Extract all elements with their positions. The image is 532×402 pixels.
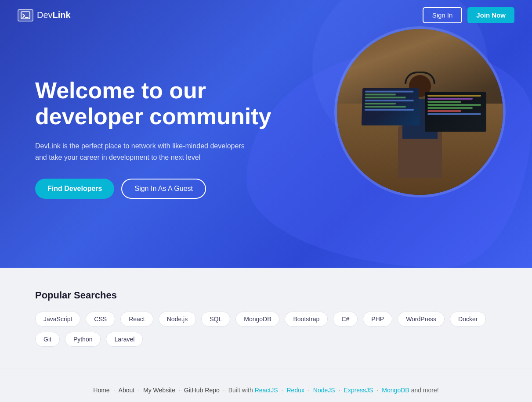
hero-content: Welcome to our developer community DevLi… (35, 78, 299, 199)
hero-buttons: Find Developers Sign In As A Guest (35, 179, 299, 199)
hero-image (334, 26, 506, 197)
footer-tech-link[interactable]: NodeJS (313, 387, 335, 394)
hero-title: Welcome to our developer community (35, 78, 299, 130)
footer-dot: · (138, 387, 140, 394)
footer-dot: · (282, 387, 283, 394)
footer-dot: · (376, 387, 378, 394)
header: DevLink Sign In Join Now (0, 0, 532, 30)
search-tag[interactable]: MongoDB (235, 312, 279, 327)
footer-nav-link[interactable]: GitHub Repo (184, 387, 220, 394)
search-tag[interactable]: C# (333, 312, 358, 327)
search-tag[interactable]: WordPress (398, 312, 445, 327)
hero-description: DevLink is the perfect place to network … (35, 140, 246, 163)
popular-title: Popular Searches (35, 290, 497, 301)
search-tag[interactable]: CSS (86, 312, 115, 327)
search-tag[interactable]: Bootstrap (285, 312, 328, 327)
nav-buttons: Sign In Join Now (423, 7, 514, 23)
search-tag[interactable]: Docker (450, 312, 486, 327)
search-tag[interactable]: React (120, 312, 153, 327)
footer: Home·About·My Website·GitHub Repo· Built… (0, 369, 532, 402)
search-tag[interactable]: Git (35, 332, 60, 347)
laptop-left (361, 88, 419, 126)
search-tag[interactable]: SQL (201, 312, 230, 327)
logo-text: DevLink (37, 10, 71, 20)
footer-nav-link[interactable]: Home (93, 387, 109, 394)
logo[interactable]: DevLink (18, 9, 71, 22)
headphones (405, 72, 435, 84)
footer-nav-link[interactable]: My Website (143, 387, 175, 394)
search-tag[interactable]: Python (65, 332, 101, 347)
built-with-text: Built with (228, 387, 253, 394)
footer-tech-link[interactable]: MongoDB (382, 387, 409, 394)
joinnow-button[interactable]: Join Now (467, 7, 514, 23)
search-tag[interactable]: PHP (363, 312, 392, 327)
footer-dot: · (308, 387, 310, 394)
logo-icon (18, 9, 33, 22)
footer-dot: · (339, 387, 340, 394)
laptop-right-screen (425, 92, 486, 132)
tags-container: JavaScriptCSSReactNode.jsSQLMongoDBBoots… (35, 312, 497, 347)
footer-nav-link[interactable]: About (119, 387, 135, 394)
footer-tech-link[interactable]: ExpressJS (344, 387, 373, 394)
search-tag[interactable]: Laravel (106, 332, 143, 347)
laptop-right (425, 92, 486, 132)
footer-dot: · (223, 387, 225, 394)
laptop-left-screen (361, 88, 419, 126)
workspace-illustration (337, 29, 503, 195)
footer-tech-link[interactable]: Redux (286, 387, 304, 394)
sign-in-guest-button[interactable]: Sign In As A Guest (121, 179, 206, 199)
signin-button[interactable]: Sign In (423, 7, 463, 23)
popular-section: Popular Searches JavaScriptCSSReactNode.… (0, 268, 532, 369)
search-tag[interactable]: Node.js (159, 312, 196, 327)
footer-suffix: and more! (411, 387, 439, 394)
footer-dot: · (113, 387, 115, 394)
find-developers-button[interactable]: Find Developers (35, 179, 114, 199)
hero-section: Welcome to our developer community DevLi… (0, 0, 532, 268)
search-tag[interactable]: JavaScript (35, 312, 80, 327)
footer-links: Home·About·My Website·GitHub Repo· Built… (35, 387, 497, 394)
footer-tech-link[interactable]: ReactJS (255, 387, 278, 394)
footer-dot: · (179, 387, 181, 394)
